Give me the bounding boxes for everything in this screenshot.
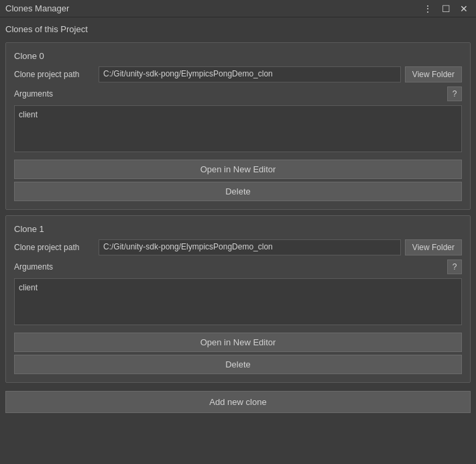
menu-button[interactable]: ⋮ [420, 3, 435, 15]
clone-1-args-row: Arguments ? [14, 259, 462, 274]
clone-0-arguments-textarea[interactable]: client [14, 105, 462, 152]
clone-1-open-editor-button[interactable]: Open in New Editor [14, 333, 462, 352]
clone-card-0: Clone 0 Clone project path C:/Git/unity-… [5, 42, 471, 210]
app-title: Clones Manager [5, 3, 69, 13]
title-bar: Clones Manager ⋮ ☐ ✕ [0, 0, 476, 17]
clone-1-help-button[interactable]: ? [447, 259, 462, 274]
page-title: Clones of this Project [5, 24, 471, 34]
maximize-button[interactable]: ☐ [439, 3, 453, 15]
title-bar-left: Clones Manager [5, 3, 69, 13]
clone-1-path-label: Clone project path [14, 243, 95, 252]
clone-1-args-label: Arguments [14, 262, 95, 272]
clone-1-arguments-textarea[interactable]: client [14, 278, 462, 325]
clone-0-args-row: Arguments ? [14, 86, 462, 101]
clone-0-view-folder-button[interactable]: View Folder [405, 66, 462, 82]
clone-0-path-label: Clone project path [14, 70, 95, 79]
clone-0-help-button[interactable]: ? [447, 86, 462, 101]
clone-0-path-value: C:/Git/unity-sdk-pong/ElympicsPongDemo_c… [99, 66, 401, 82]
add-new-clone-button[interactable]: Add new clone [5, 391, 471, 413]
clone-0-open-editor-button[interactable]: Open in New Editor [14, 160, 462, 179]
clone-1-path-value: C:/Git/unity-sdk-pong/ElympicsPongDemo_c… [99, 239, 401, 255]
clone-card-1: Clone 1 Clone project path C:/Git/unity-… [5, 215, 471, 383]
clone-1-view-folder-button[interactable]: View Folder [405, 239, 462, 255]
clone-0-args-label: Arguments [14, 89, 95, 99]
clone-0-delete-button[interactable]: Delete [14, 182, 462, 201]
title-bar-controls: ⋮ ☐ ✕ [420, 3, 471, 15]
clone-1-name: Clone 1 [14, 224, 462, 234]
clone-0-path-row: Clone project path C:/Git/unity-sdk-pong… [14, 66, 462, 82]
main-content: Clones of this Project Clone 0 Clone pro… [0, 17, 476, 464]
clone-0-name: Clone 0 [14, 51, 462, 61]
close-button[interactable]: ✕ [457, 3, 471, 15]
clone-1-path-row: Clone project path C:/Git/unity-sdk-pong… [14, 239, 462, 255]
clone-1-delete-button[interactable]: Delete [14, 355, 462, 374]
